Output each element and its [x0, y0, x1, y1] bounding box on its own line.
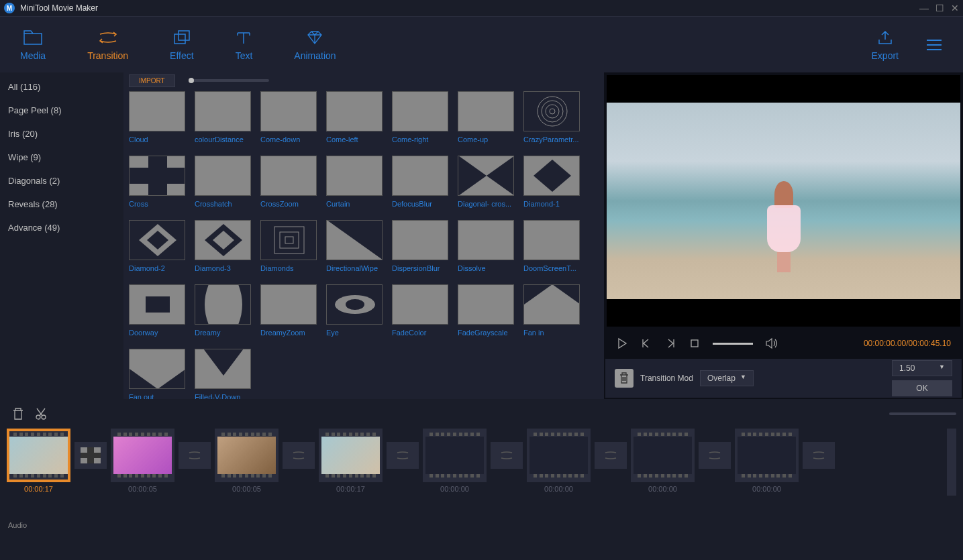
transition-thumb[interactable]: Filled-V-Down	[195, 349, 251, 399]
timeline-clip[interactable]: 00:00:00	[527, 429, 591, 493]
video-track[interactable]: 00:00:1700:00:0500:00:0500:00:1700:00:00…	[7, 423, 956, 504]
transition-label: Diamond-1	[523, 200, 580, 208]
transition-thumb[interactable]: Fan in	[523, 284, 580, 337]
transition-thumb[interactable]: Diamonds	[260, 220, 317, 272]
transition-slot[interactable]	[387, 442, 419, 469]
transition-thumb[interactable]: Diamond-2	[129, 220, 185, 272]
transition-thumb[interactable]: Doorway	[129, 284, 185, 337]
transition-duration-select[interactable]: 1.50 ▼	[892, 360, 952, 376]
transition-thumb[interactable]: Dissolve	[458, 220, 514, 272]
transition-thumb[interactable]: Diagonal- cros...	[458, 156, 514, 208]
timecode-display: 00:00:00.00/00:00:45.10	[864, 339, 951, 348]
transition-slot[interactable]	[595, 442, 627, 469]
transition-slot[interactable]	[803, 442, 835, 469]
transition-slot[interactable]	[74, 442, 107, 469]
transition-preview-icon	[129, 220, 185, 260]
transition-thumb[interactable]: DefocusBlur	[392, 156, 448, 208]
volume-icon[interactable]	[765, 337, 778, 349]
transition-thumb[interactable]: DirectionalWipe	[326, 220, 383, 272]
sidebar-item[interactable]: Diagonals (2)	[0, 169, 123, 192]
close-icon[interactable]: ✕	[951, 3, 959, 13]
transition-slot[interactable]	[491, 442, 523, 469]
sidebar-item[interactable]: Iris (20)	[0, 122, 123, 146]
timeline-clip[interactable]: 00:00:00	[423, 429, 487, 493]
timeline-zoom-slider[interactable]	[889, 412, 956, 415]
sidebar-item[interactable]: Reveals (28)	[0, 192, 123, 216]
transition-slot[interactable]	[699, 442, 731, 469]
stop-icon[interactable]	[689, 337, 701, 349]
transition-thumb[interactable]: CrazyParametr...	[523, 91, 580, 144]
transition-label: Cloud	[129, 135, 185, 144]
transition-thumb[interactable]: CrossZoom	[260, 156, 317, 208]
transition-mode-select[interactable]: Overlap ▼	[700, 370, 754, 386]
timeline: 00:00:1700:00:0500:00:0500:00:1700:00:00…	[0, 399, 963, 557]
transition-thumb[interactable]: Dreamy	[195, 284, 251, 337]
clip-duration: 00:00:17	[336, 485, 365, 493]
transition-thumb[interactable]: FadeColor	[392, 284, 448, 337]
transition-thumb[interactable]: Curtain	[326, 156, 383, 208]
transition-thumb[interactable]: colourDistance	[195, 91, 251, 144]
transition-thumb[interactable]: DoomScreenT...	[523, 220, 580, 272]
audio-track-label: Audio	[7, 521, 956, 529]
transition-thumb[interactable]: DreamyZoom	[260, 284, 317, 337]
maximize-icon[interactable]: ☐	[935, 3, 944, 13]
transition-thumb[interactable]: Diamond-3	[195, 220, 251, 272]
transition-label: Crosshatch	[195, 200, 251, 208]
timeline-clip[interactable]: 00:00:00	[631, 429, 695, 493]
transition-preview-icon	[392, 284, 448, 325]
transition-thumb[interactable]: Come-down	[260, 91, 317, 144]
transition-thumb[interactable]: Crosshatch	[195, 156, 251, 208]
tab-transition[interactable]: Transition	[87, 29, 128, 61]
transition-thumb[interactable]: DispersionBlur	[392, 220, 448, 272]
minimize-icon[interactable]: —	[919, 3, 929, 13]
transition-slot[interactable]	[283, 442, 315, 469]
transition-thumb[interactable]: Come-left	[326, 91, 383, 144]
transition-thumb[interactable]: Come-right	[392, 91, 448, 144]
play-icon[interactable]	[616, 337, 628, 349]
transition-thumb[interactable]: Cloud	[129, 91, 185, 144]
thumbnail-zoom-slider[interactable]	[189, 79, 269, 82]
transition-thumb[interactable]: Cross	[129, 156, 185, 208]
import-button[interactable]: IMPORT	[129, 74, 175, 87]
transition-thumb[interactable]: Eye	[326, 284, 383, 337]
transition-preview-icon	[458, 284, 514, 325]
clip-duration: 00:00:00	[440, 485, 469, 493]
preview-frame-image	[607, 103, 960, 299]
timeline-clip[interactable]: 00:00:05	[215, 429, 278, 493]
sidebar-item[interactable]: Advance (49)	[0, 216, 123, 239]
tab-animation[interactable]: Animation	[294, 29, 336, 61]
hamburger-menu-icon[interactable]	[925, 38, 943, 52]
transition-label: DirectionalWipe	[326, 264, 383, 272]
svg-rect-29	[691, 340, 698, 347]
timeline-scrollbar[interactable]	[947, 429, 956, 496]
timeline-cut-icon[interactable]	[35, 407, 47, 421]
timeline-clip[interactable]: 00:00:05	[111, 429, 174, 493]
transition-thumb[interactable]: Fan out	[129, 349, 185, 399]
delete-transition-button[interactable]	[615, 369, 633, 388]
tab-media[interactable]: Media	[20, 29, 46, 61]
sidebar-item[interactable]: All (116)	[0, 75, 123, 99]
sidebar-item[interactable]: Page Peel (8)	[0, 99, 123, 122]
transition-thumb[interactable]: Diamond-1	[523, 156, 580, 208]
transition-preview-icon	[195, 220, 251, 260]
timeline-delete-icon[interactable]	[12, 407, 24, 421]
transition-label: Doorway	[129, 329, 185, 337]
transition-label: Fan in	[523, 329, 580, 337]
sidebar-item[interactable]: Wipe (9)	[0, 146, 123, 169]
export-button[interactable]: Export	[872, 29, 899, 61]
transition-thumb[interactable]: FadeGrayscale	[458, 284, 514, 337]
prev-frame-icon[interactable]	[640, 337, 652, 349]
timeline-clip[interactable]: 00:00:00	[735, 429, 799, 493]
transition-thumb[interactable]: Come-up	[458, 91, 514, 144]
timeline-clip[interactable]: 00:00:17	[7, 429, 70, 493]
ok-button[interactable]: OK	[892, 380, 952, 396]
timeline-clip[interactable]: 00:00:17	[319, 429, 383, 493]
next-frame-icon[interactable]	[664, 337, 676, 349]
preview-video	[607, 75, 960, 327]
svg-rect-34	[81, 453, 101, 458]
tab-text[interactable]: Text	[236, 29, 253, 61]
transition-slot[interactable]	[179, 442, 211, 469]
tab-effect[interactable]: Effect	[170, 29, 194, 61]
transition-label: FadeColor	[392, 329, 448, 337]
volume-slider[interactable]	[713, 343, 753, 345]
